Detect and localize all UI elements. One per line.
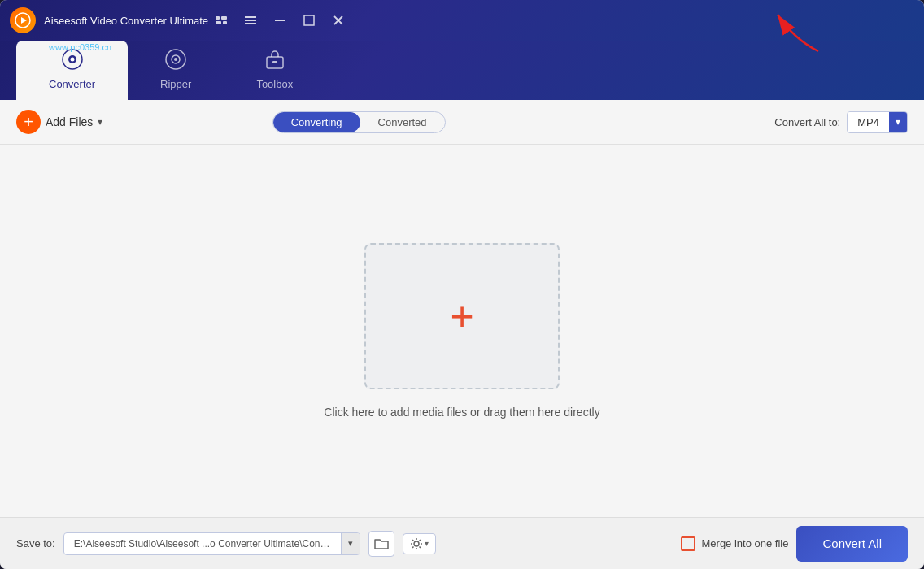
svg-point-22 xyxy=(414,541,419,546)
app-title: Aiseesoft Video Converter Ultimate xyxy=(44,15,208,27)
tab-toolbox[interactable]: Toolbox xyxy=(224,41,325,100)
svg-rect-21 xyxy=(272,61,277,63)
svg-rect-6 xyxy=(223,21,227,24)
format-value: MP4 xyxy=(848,112,889,132)
save-path-text: E:\Aiseesoft Studio\Aiseesoft ...o Conve… xyxy=(64,533,341,554)
merge-container: Merge into one file xyxy=(681,536,789,551)
add-files-icon: + xyxy=(16,110,41,134)
save-to-label: Save to: xyxy=(16,537,55,549)
svg-rect-5 xyxy=(216,21,221,24)
svg-point-16 xyxy=(70,58,74,62)
tab-converter-label: Converter xyxy=(49,78,95,90)
tab-ripper[interactable]: Ripper xyxy=(128,41,224,100)
tab-ripper-label: Ripper xyxy=(160,78,191,90)
drop-zone[interactable]: + xyxy=(364,243,560,389)
hamburger-button[interactable] xyxy=(238,9,264,32)
svg-rect-11 xyxy=(304,15,314,25)
view-tab-switcher: Converting Converted xyxy=(272,111,446,133)
drop-zone-container: + Click here to add media files or drag … xyxy=(0,145,924,517)
save-path-dropdown-arrow[interactable]: ▾ xyxy=(341,533,360,554)
converted-tab[interactable]: Converted xyxy=(360,112,445,132)
app-logo xyxy=(10,7,36,33)
bottom-bar: Save to: E:\Aiseesoft Studio\Aiseesoft .… xyxy=(0,517,924,569)
merge-checkbox[interactable] xyxy=(681,536,695,551)
title-bar: Aiseesoft Video Converter Ultimate xyxy=(0,0,924,41)
menu-button[interactable] xyxy=(208,9,234,32)
add-files-label: Add Files xyxy=(46,115,93,128)
window-controls xyxy=(208,9,351,32)
app-window: Aiseesoft Video Converter Ultimate xyxy=(0,0,924,569)
svg-rect-4 xyxy=(221,16,227,20)
tab-converter[interactable]: Converter xyxy=(16,41,128,100)
minimize-button[interactable] xyxy=(267,9,293,32)
format-dropdown: MP4 ▾ xyxy=(847,111,908,133)
svg-point-19 xyxy=(174,58,177,61)
converter-icon xyxy=(62,49,83,75)
merge-label: Merge into one file xyxy=(702,537,789,549)
svg-rect-3 xyxy=(216,16,220,20)
add-files-dropdown-arrow: ▾ xyxy=(98,116,102,128)
maximize-button[interactable] xyxy=(296,9,322,32)
nav-bar: Converter Ripper Toolbox xyxy=(0,41,924,100)
open-folder-button[interactable] xyxy=(368,531,394,557)
settings-button[interactable]: ▾ xyxy=(403,533,436,554)
drop-zone-plus-icon: + xyxy=(450,296,473,337)
svg-marker-1 xyxy=(21,17,27,24)
converting-tab[interactable]: Converting xyxy=(273,112,360,132)
save-path-container: E:\Aiseesoft Studio\Aiseesoft ...o Conve… xyxy=(63,532,360,555)
toolbar: + Add Files ▾ Converting Converted Conve… xyxy=(0,100,924,145)
ripper-icon xyxy=(165,49,186,75)
drop-zone-instruction: Click here to add media files or drag th… xyxy=(324,406,599,419)
toolbox-icon xyxy=(264,49,285,75)
convert-all-to-label: Convert All to: xyxy=(774,116,840,128)
main-content: + Add Files ▾ Converting Converted Conve… xyxy=(0,100,924,517)
settings-dropdown-arrow: ▾ xyxy=(425,539,429,548)
app-title-group: Aiseesoft Video Converter Ultimate xyxy=(44,15,208,27)
format-dropdown-arrow[interactable]: ▾ xyxy=(889,112,907,132)
add-files-button[interactable]: + Add Files ▾ xyxy=(16,110,102,134)
tab-toolbox-label: Toolbox xyxy=(256,78,293,90)
convert-all-to-group: Convert All to: MP4 ▾ xyxy=(774,111,908,133)
close-button[interactable] xyxy=(325,9,351,32)
convert-all-button[interactable]: Convert All xyxy=(796,526,908,562)
